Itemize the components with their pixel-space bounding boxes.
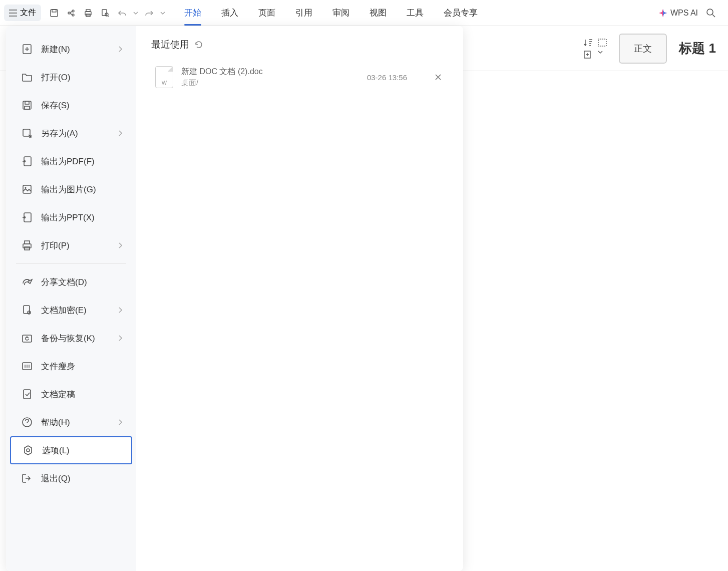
menu-label: 输出为PDF(F) — [41, 156, 122, 167]
menu-exit[interactable]: 退出(Q) — [10, 464, 132, 492]
share-button[interactable] — [64, 6, 78, 20]
backup-icon — [20, 333, 34, 343]
svg-rect-1 — [52, 10, 56, 12]
svg-rect-29 — [24, 390, 31, 399]
insert-icon[interactable] — [584, 51, 593, 59]
menu-export-ppt[interactable]: 输出为PPT(X) — [10, 203, 132, 231]
svg-rect-6 — [86, 10, 90, 12]
svg-rect-23 — [25, 241, 30, 244]
tab-page[interactable]: 页面 — [248, 0, 285, 26]
undo-button[interactable] — [115, 6, 129, 20]
close-icon[interactable] — [432, 71, 444, 83]
save-icon — [20, 100, 34, 111]
wps-ai-button[interactable]: WPS AI — [658, 9, 698, 18]
hamburger-icon — [9, 10, 17, 17]
tab-label: 插入 — [221, 7, 238, 19]
print-button[interactable] — [81, 6, 95, 20]
toolbar-right: WPS AI — [658, 6, 724, 20]
svg-point-4 — [72, 14, 74, 16]
wps-ai-label: WPS AI — [670, 9, 698, 18]
recent-header: 最近使用 — [151, 38, 448, 51]
menu-export-pdf[interactable]: 输出为PDF(F) — [10, 147, 132, 175]
undo-dropdown[interactable] — [132, 6, 139, 20]
save-button[interactable] — [47, 6, 61, 20]
top-toolbar: 文件 开始 插入 页面 引用 审阅 视图 工 — [0, 0, 728, 26]
tab-label: 视图 — [370, 7, 387, 19]
recent-title: 最近使用 — [151, 38, 189, 51]
tab-tools[interactable]: 工具 — [397, 0, 434, 26]
doc-icon: W — [155, 66, 173, 88]
menu-encrypt[interactable]: 文档加密(E) — [10, 296, 132, 324]
tab-view[interactable]: 视图 — [359, 0, 397, 26]
recent-file-item[interactable]: W 新建 DOC 文档 (2).doc 桌面/ 03-26 13:56 — [151, 60, 448, 94]
menu-options[interactable]: 选项(L) — [10, 436, 132, 464]
tab-start[interactable]: 开始 — [174, 0, 211, 26]
menu-label: 备份与恢复(K) — [41, 333, 118, 344]
recent-file-text: 新建 DOC 文档 (2).doc 桌面/ — [181, 67, 367, 88]
menu-divider — [16, 263, 126, 264]
tab-label: 开始 — [184, 7, 201, 19]
tab-member[interactable]: 会员专享 — [434, 0, 488, 26]
menu-slim[interactable]: 文件瘦身 — [10, 352, 132, 380]
tab-reference[interactable]: 引用 — [285, 0, 322, 26]
help-icon — [20, 417, 34, 428]
lock-icon — [20, 305, 34, 316]
tab-label: 审阅 — [332, 7, 349, 19]
menu-label: 输出为图片(G) — [41, 184, 122, 195]
redo-dropdown[interactable] — [159, 6, 166, 20]
print-preview-button[interactable] — [98, 6, 112, 20]
menu-print[interactable]: 打印(P) — [10, 231, 132, 259]
menu-saveas[interactable]: 另存为(A) — [10, 119, 132, 147]
pdf-icon — [20, 156, 34, 167]
svg-rect-24 — [25, 247, 30, 250]
menu-finalize[interactable]: 文档定稿 — [10, 380, 132, 408]
style-heading-1[interactable]: 标题 1 — [675, 34, 720, 63]
chevron-right-icon — [118, 335, 122, 341]
check-doc-icon — [20, 389, 34, 400]
refresh-icon[interactable] — [194, 40, 203, 49]
svg-point-20 — [25, 187, 27, 189]
file-menu-button[interactable]: 文件 — [4, 5, 41, 21]
svg-rect-19 — [23, 185, 31, 193]
menu-label: 输出为PPT(X) — [41, 212, 122, 223]
quick-access-toolbar — [47, 6, 166, 20]
chevron-right-icon — [118, 307, 122, 313]
sort-icon[interactable] — [584, 39, 593, 47]
recent-file-path: 桌面/ — [181, 78, 367, 88]
menu-share[interactable]: 分享文档(D) — [10, 268, 132, 296]
file-label: 文件 — [20, 8, 36, 18]
select-icon[interactable] — [598, 39, 607, 47]
tab-label: 工具 — [407, 7, 424, 19]
style-label: 正文 — [634, 44, 652, 54]
chevron-right-icon — [118, 419, 122, 425]
menu-label: 打印(P) — [41, 240, 118, 251]
share-icon — [20, 277, 34, 287]
compress-icon — [20, 362, 34, 371]
redo-button[interactable] — [142, 6, 156, 20]
menu-backup[interactable]: 备份与恢复(K) — [10, 324, 132, 352]
menu-label: 另存为(A) — [41, 128, 118, 139]
tab-insert[interactable]: 插入 — [211, 0, 248, 26]
menu-open[interactable]: 打开(O) — [10, 63, 132, 91]
menu-label: 文档加密(E) — [41, 305, 118, 316]
menu-help[interactable]: 帮助(H) — [10, 408, 132, 436]
chevron-down-icon[interactable] — [598, 51, 603, 59]
folder-icon — [20, 72, 34, 82]
svg-point-2 — [68, 12, 70, 14]
menu-save[interactable]: 保存(S) — [10, 91, 132, 119]
file-menu-content: 最近使用 W 新建 DOC 文档 (2).doc 桌面/ 03-26 13:56 — [136, 26, 463, 571]
tab-label: 页面 — [258, 7, 275, 19]
image-icon — [20, 184, 34, 194]
style-label: 标题 1 — [679, 41, 716, 56]
menu-label: 分享文档(D) — [41, 276, 122, 288]
file-menu-sidebar: 新建(N) 打开(O) 保存(S) 另存为(A) 输出为PDF(F) 输出为图片… — [6, 26, 136, 571]
menu-new[interactable]: 新建(N) — [10, 35, 132, 63]
menu-export-image[interactable]: 输出为图片(G) — [10, 175, 132, 203]
svg-rect-8 — [102, 10, 107, 16]
new-icon — [20, 44, 34, 55]
file-menu-panel: 新建(N) 打开(O) 保存(S) 另存为(A) 输出为PDF(F) 输出为图片… — [6, 26, 463, 571]
recent-file-time: 03-26 13:56 — [367, 73, 407, 82]
style-normal[interactable]: 正文 — [619, 34, 667, 64]
search-button[interactable] — [704, 6, 718, 20]
tab-review[interactable]: 审阅 — [322, 0, 359, 26]
